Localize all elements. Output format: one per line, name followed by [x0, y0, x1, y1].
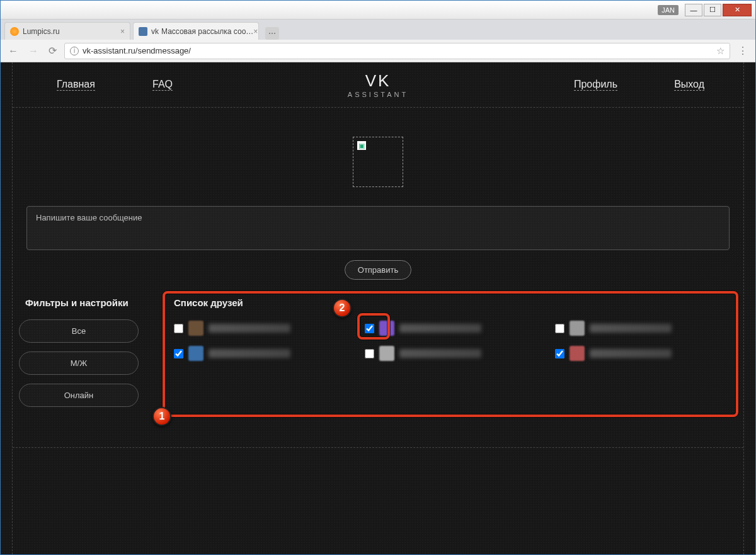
brand-subtitle: ASSISTANT	[348, 91, 408, 98]
friend-avatar	[379, 321, 394, 336]
filters-panel: Фильтры и настройки Все М/Ж Онлайн	[19, 292, 151, 416]
forward-button[interactable]: →	[26, 43, 41, 59]
message-placeholder: Напишите ваше сообщение	[36, 213, 142, 222]
language-badge: JAN	[658, 5, 679, 15]
favicon-icon	[10, 27, 19, 36]
friend-item	[174, 321, 346, 336]
friend-name-blurred	[590, 324, 672, 333]
message-input[interactable]: Напишите ваше сообщение	[26, 206, 730, 250]
friend-name-blurred	[399, 349, 481, 358]
browser-menu-button[interactable]: ⋮	[735, 42, 750, 59]
favicon-icon	[139, 27, 147, 36]
window-maximize-button[interactable]: ☐	[704, 4, 721, 16]
friend-avatar	[570, 346, 585, 361]
reload-button[interactable]: ⟳	[46, 42, 59, 59]
attachment-row	[13, 137, 743, 187]
friend-avatar	[188, 346, 203, 361]
nav-logout[interactable]: Выход	[674, 79, 704, 91]
friend-checkbox[interactable]	[174, 324, 183, 333]
tab-prefix: vk	[151, 27, 159, 36]
filter-gender-button[interactable]: М/Ж	[19, 352, 139, 375]
close-icon[interactable]: ×	[253, 27, 258, 36]
friend-item	[555, 321, 727, 336]
address-bar: ← → ⟳ i vk-assistant.ru/sendmessage/ ☆ ⋮	[1, 40, 755, 62]
friends-heading: Список друзей	[174, 297, 727, 308]
tab-title: Lumpics.ru	[23, 27, 60, 36]
friends-panel: Список друзей	[164, 292, 737, 416]
browser-tab[interactable]: Lumpics.ru ×	[4, 22, 130, 40]
callout-badge-1: 1	[152, 407, 171, 426]
url-text: vk-assistant.ru/sendmessage/	[83, 46, 191, 55]
friend-name-blurred	[399, 324, 481, 333]
friend-item	[365, 321, 537, 336]
back-button[interactable]: ←	[6, 43, 21, 59]
filters-heading: Фильтры и настройки	[25, 297, 151, 308]
friend-checkbox[interactable]	[365, 349, 374, 358]
filter-online-button[interactable]: Онлайн	[19, 384, 139, 407]
brand-title: VK	[348, 71, 408, 91]
friend-checkbox[interactable]	[555, 324, 564, 333]
browser-tab-strip: Lumpics.ru × vk Массовая рассылка соо… ×…	[1, 20, 755, 40]
new-tab-button[interactable]: ⋯	[265, 27, 279, 40]
site-brand: VK ASSISTANT	[348, 71, 408, 98]
close-icon[interactable]: ×	[120, 27, 125, 36]
friend-name-blurred	[209, 324, 290, 333]
window-close-button[interactable]: ✕	[723, 4, 752, 16]
window-title-bar: JAN — ☐ ✕	[1, 1, 755, 20]
site-info-icon[interactable]: i	[70, 47, 79, 55]
friend-name-blurred	[209, 349, 290, 358]
bookmark-icon[interactable]: ☆	[716, 45, 724, 57]
nav-home[interactable]: Главная	[57, 79, 95, 91]
friend-item	[174, 346, 346, 361]
nav-faq[interactable]: FAQ	[152, 79, 173, 91]
browser-tab-active[interactable]: vk Массовая рассылка соо… ×	[133, 22, 259, 40]
broken-image-icon	[357, 141, 366, 150]
site-nav: Главная FAQ VK ASSISTANT Профиль Выход	[13, 62, 743, 108]
browser-window: JAN — ☐ ✕ Lumpics.ru × vk Массовая рассы…	[0, 0, 756, 555]
send-button[interactable]: Отправить	[345, 260, 411, 280]
footer-divider	[13, 447, 743, 448]
friend-avatar	[188, 321, 203, 336]
friend-avatar	[570, 321, 585, 336]
friends-grid	[174, 321, 727, 361]
friend-item	[555, 346, 727, 361]
friend-name-blurred	[590, 349, 672, 358]
url-input[interactable]: i vk-assistant.ru/sendmessage/ ☆	[64, 43, 730, 59]
page-content: Главная FAQ VK ASSISTANT Профиль Выход Н…	[1, 62, 755, 554]
friend-avatar	[379, 346, 394, 361]
friend-checkbox[interactable]	[365, 324, 374, 333]
window-minimize-button[interactable]: —	[685, 4, 702, 16]
friend-checkbox[interactable]	[174, 349, 183, 358]
filter-all-button[interactable]: Все	[19, 319, 139, 343]
friend-checkbox[interactable]	[555, 349, 564, 358]
nav-profile[interactable]: Профиль	[574, 79, 617, 91]
tab-title: Массовая рассылка соо…	[161, 27, 253, 36]
friend-item	[365, 346, 537, 361]
attachment-placeholder[interactable]	[353, 137, 403, 187]
